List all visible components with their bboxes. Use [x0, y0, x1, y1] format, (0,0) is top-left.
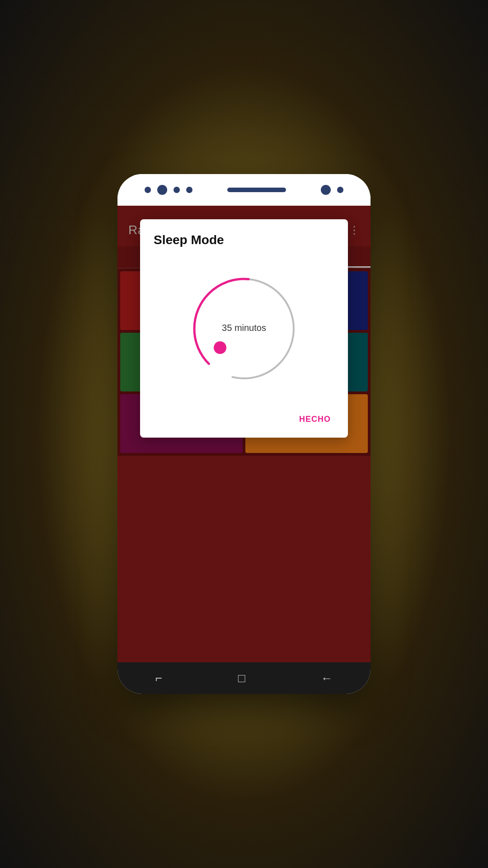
phone-nav-bar: ⌐ □ ←: [117, 662, 371, 694]
phone-top-bar: [117, 174, 371, 206]
dial-svg[interactable]: 35 minutos: [176, 261, 312, 396]
dial-container[interactable]: 35 minutos: [154, 261, 334, 396]
dialog-overlay: Sleep Mode: [117, 206, 371, 662]
dot-3: [174, 187, 180, 193]
hecho-button[interactable]: HECHO: [296, 410, 334, 429]
dialog-footer: HECHO: [154, 406, 334, 429]
recent-apps-icon[interactable]: ⌐: [155, 671, 162, 685]
dial-handle: [214, 341, 226, 354]
top-right-dots: [321, 185, 343, 195]
dot-5: [321, 185, 331, 195]
dot-4: [186, 187, 192, 193]
home-icon[interactable]: □: [238, 671, 245, 685]
dot-camera: [157, 185, 167, 195]
minutes-label: 35 minutos: [222, 323, 266, 333]
dot-6: [337, 187, 343, 193]
sleep-mode-dialog: Sleep Mode: [140, 219, 348, 438]
dot-1: [145, 187, 151, 193]
speaker-bar: [227, 188, 286, 192]
app-content: Radios De Lima 🔍 ⋮ RADIOS FAVORITOS COLO…: [117, 206, 371, 662]
phone-frame: Radios De Lima 🔍 ⋮ RADIOS FAVORITOS COLO…: [117, 174, 371, 694]
dialog-title: Sleep Mode: [154, 233, 334, 247]
top-left-dots: [145, 185, 192, 195]
back-icon[interactable]: ←: [321, 671, 333, 685]
